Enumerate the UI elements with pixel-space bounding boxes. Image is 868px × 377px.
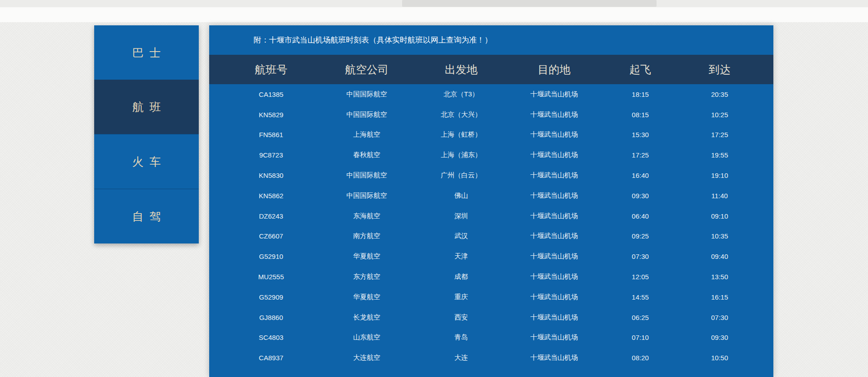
- cell-origin: 武汉: [413, 232, 509, 240]
- table-row: KN5829 中国国际航空 北京（大兴） 十堰武当山机场 08:15 10:25: [209, 105, 773, 125]
- cell-airline: 上海航空: [320, 130, 413, 139]
- cell-destination: 十堰武当山机场: [509, 313, 599, 322]
- flight-table-body: CA1385 中国国际航空 北京（T3） 十堰武当山机场 18:15 20:35…: [209, 84, 773, 368]
- cell-flight-no: G52910: [222, 253, 320, 260]
- cell-arrival: 20:35: [681, 91, 758, 98]
- column-header: 航空公司: [320, 62, 413, 77]
- cell-flight-no: MU2555: [222, 273, 320, 281]
- table-row: CA8937 大连航空 大连 十堰武当山机场 08:20 10:50: [209, 348, 773, 368]
- cell-flight-no: GJ8860: [222, 314, 320, 321]
- cell-destination: 十堰武当山机场: [509, 171, 599, 180]
- cell-flight-no: KN5829: [222, 111, 320, 119]
- cell-departure: 14:55: [599, 293, 681, 301]
- cell-origin: 天津: [413, 252, 509, 261]
- cell-airline: 长龙航空: [320, 313, 413, 322]
- column-header: 到达: [681, 62, 758, 77]
- table-row: CZ6607 南方航空 武汉 十堰武当山机场 09:25 10:35: [209, 226, 773, 247]
- cell-arrival: 16:15: [681, 293, 758, 301]
- table-row: KN5862 中国国际航空 佛山 十堰武当山机场 09:30 11:40: [209, 186, 773, 206]
- cell-departure: 07:30: [599, 253, 681, 260]
- sidebar-item-bus[interactable]: 巴士: [94, 25, 199, 80]
- schedule-title: 附：十堰市武当山机场航班时刻表（具体实时航班以网上查询为准！）: [209, 25, 773, 55]
- cell-destination: 十堰武当山机场: [509, 191, 599, 200]
- cell-destination: 十堰武当山机场: [509, 272, 599, 281]
- cell-destination: 十堰武当山机场: [509, 110, 599, 119]
- table-row: MU2555 东方航空 成都 十堰武当山机场 12:05 13:50: [209, 267, 773, 287]
- cell-flight-no: SC4803: [222, 334, 320, 341]
- cell-departure: 17:25: [599, 151, 681, 159]
- cell-origin: 上海（虹桥）: [413, 130, 509, 139]
- cell-departure: 08:15: [599, 111, 681, 119]
- cell-flight-no: FN5861: [222, 131, 320, 138]
- sidebar-item-train[interactable]: 火车: [94, 134, 199, 189]
- cell-airline: 春秋航空: [320, 151, 413, 159]
- cell-origin: 广州（白云）: [413, 171, 509, 180]
- cell-destination: 十堰武当山机场: [509, 232, 599, 240]
- sidebar-item-label: 火车: [126, 154, 167, 169]
- sidebar-item-label: 航班: [126, 100, 167, 115]
- column-header: 起飞: [599, 62, 681, 77]
- table-row: SC4803 山东航空 青岛 十堰武当山机场 07:10 09:30: [209, 328, 773, 348]
- cell-destination: 十堰武当山机场: [509, 130, 599, 139]
- column-header: 出发地: [413, 62, 509, 77]
- sidebar-item-self-drive[interactable]: 自驾: [94, 189, 199, 243]
- cell-origin: 北京（T3）: [413, 90, 509, 99]
- cell-departure: 12:05: [599, 273, 681, 281]
- sidebar-item-flight[interactable]: 航班: [94, 80, 199, 134]
- cell-arrival: 10:50: [681, 354, 758, 362]
- cell-departure: 15:30: [599, 131, 681, 138]
- cell-destination: 十堰武当山机场: [509, 252, 599, 261]
- table-row: 9C8723 春秋航空 上海（浦东） 十堰武当山机场 17:25 19:55: [209, 145, 773, 165]
- cell-airline: 华夏航空: [320, 252, 413, 261]
- cell-airline: 中国国际航空: [320, 191, 413, 200]
- cell-origin: 深圳: [413, 212, 509, 220]
- cell-destination: 十堰武当山机场: [509, 353, 599, 362]
- cell-destination: 十堰武当山机场: [509, 151, 599, 159]
- cell-origin: 上海（浦东）: [413, 151, 509, 159]
- cell-flight-no: KN5862: [222, 192, 320, 200]
- top-watermark: [402, 0, 657, 7]
- page-white-band: [0, 7, 868, 22]
- cell-origin: 青岛: [413, 333, 509, 342]
- cell-flight-no: 9C8723: [222, 151, 320, 159]
- cell-airline: 中国国际航空: [320, 110, 413, 119]
- cell-flight-no: DZ6243: [222, 212, 320, 220]
- cell-departure: 06:40: [599, 212, 681, 220]
- cell-airline: 中国国际航空: [320, 90, 413, 99]
- cell-flight-no: KN5830: [222, 172, 320, 179]
- column-header: 目的地: [509, 62, 599, 77]
- sidebar-item-label: 自驾: [126, 209, 167, 224]
- cell-departure: 07:10: [599, 334, 681, 341]
- cell-departure: 06:25: [599, 314, 681, 321]
- cell-destination: 十堰武当山机场: [509, 293, 599, 301]
- cell-airline: 山东航空: [320, 333, 413, 342]
- cell-destination: 十堰武当山机场: [509, 212, 599, 220]
- cell-destination: 十堰武当山机场: [509, 90, 599, 99]
- cell-destination: 十堰武当山机场: [509, 333, 599, 342]
- cell-arrival: 07:30: [681, 314, 758, 321]
- cell-origin: 西安: [413, 313, 509, 322]
- table-row: GJ8860 长龙航空 西安 十堰武当山机场 06:25 07:30: [209, 307, 773, 328]
- sidebar-item-label: 巴士: [126, 45, 167, 60]
- cell-departure: 16:40: [599, 172, 681, 179]
- cell-origin: 重庆: [413, 293, 509, 301]
- cell-arrival: 09:10: [681, 212, 758, 220]
- cell-airline: 东方航空: [320, 272, 413, 281]
- cell-arrival: 10:25: [681, 111, 758, 119]
- cell-departure: 09:25: [599, 232, 681, 240]
- cell-origin: 佛山: [413, 191, 509, 200]
- cell-arrival: 17:25: [681, 131, 758, 138]
- cell-departure: 08:20: [599, 354, 681, 362]
- cell-arrival: 09:40: [681, 253, 758, 260]
- cell-arrival: 11:40: [681, 192, 758, 200]
- table-row: DZ6243 东海航空 深圳 十堰武当山机场 06:40 09:10: [209, 206, 773, 226]
- table-row: FN5861 上海航空 上海（虹桥） 十堰武当山机场 15:30 17:25: [209, 125, 773, 145]
- table-row: CA1385 中国国际航空 北京（T3） 十堰武当山机场 18:15 20:35: [209, 84, 773, 105]
- column-header: 航班号: [222, 62, 320, 77]
- cell-origin: 成都: [413, 272, 509, 281]
- flight-schedule-panel: 附：十堰市武当山机场航班时刻表（具体实时航班以网上查询为准！） 航班号 航空公司…: [209, 25, 773, 377]
- cell-arrival: 10:35: [681, 232, 758, 240]
- cell-airline: 东海航空: [320, 212, 413, 220]
- cell-arrival: 13:50: [681, 273, 758, 281]
- table-row: G52910 华夏航空 天津 十堰武当山机场 07:30 09:40: [209, 246, 773, 267]
